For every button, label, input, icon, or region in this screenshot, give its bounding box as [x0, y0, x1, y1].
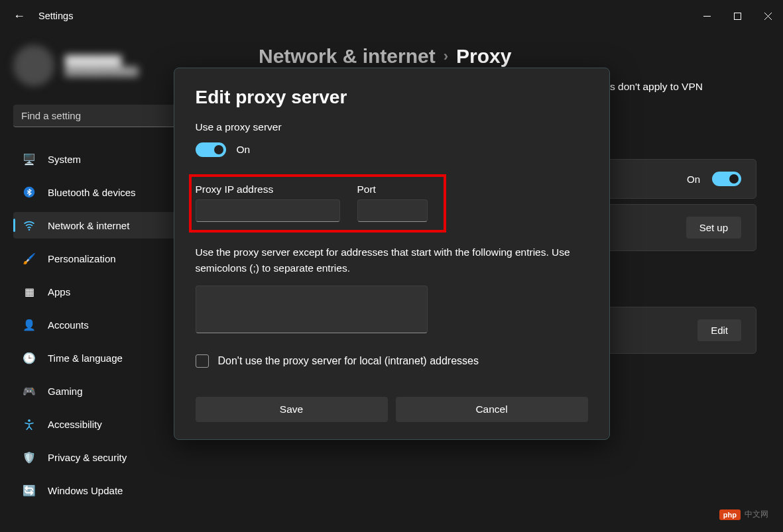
sidebar-item-label: Accessibility [48, 419, 102, 430]
svg-point-5 [29, 229, 30, 231]
sidebar-item-label: Apps [48, 286, 70, 297]
sidebar-item-label: Personalization [48, 253, 116, 264]
setup-button[interactable]: Set up [686, 217, 741, 239]
auto-toggle[interactable] [712, 172, 741, 186]
save-button[interactable]: Save [196, 397, 388, 422]
proxy-ip-input[interactable] [196, 199, 340, 222]
sidebar-item-label: Privacy & security [48, 452, 127, 463]
sidebar-item-accessibility[interactable]: Accessibility [13, 411, 198, 437]
edit-proxy-modal: Edit proxy server Use a proxy server On … [174, 68, 610, 440]
accounts-icon: 👤 [23, 318, 36, 331]
maximize-button[interactable] [722, 5, 753, 27]
minimize-button[interactable] [692, 5, 722, 27]
watermark-badge: php [719, 509, 741, 520]
profile-section[interactable]: ████████ ████████████ [13, 45, 198, 86]
sidebar-item-label: Time & language [48, 352, 123, 364]
watermark-text: 中文网 [745, 509, 768, 520]
personalization-icon: 🖌️ [23, 252, 36, 265]
chevron-right-icon: › [444, 48, 448, 65]
sidebar-item-privacy-security[interactable]: 🛡️Privacy & security [13, 444, 198, 470]
nav-list: 🖥️SystemBluetooth & devicesNetwork & int… [13, 146, 198, 504]
gaming-icon: 🎮 [23, 384, 36, 398]
app-title: Settings [38, 11, 73, 21]
bluetooth-devices-icon [23, 186, 36, 199]
sidebar-item-label: Bluetooth & devices [48, 187, 136, 198]
highlight-annotation: Proxy IP address Port [189, 174, 446, 233]
ip-label: Proxy IP address [196, 184, 340, 195]
sidebar-item-apps[interactable]: ▦Apps [13, 278, 198, 305]
port-label: Port [357, 184, 428, 195]
exceptions-textarea[interactable] [196, 286, 428, 333]
edit-button[interactable]: Edit [697, 319, 741, 341]
background-note: s don't apply to VPN [610, 81, 756, 93]
accessibility-icon [23, 417, 36, 431]
sidebar-item-system[interactable]: 🖥️System [13, 146, 198, 172]
local-bypass-label: Don't use the proxy server for local (in… [218, 355, 479, 367]
use-proxy-toggle[interactable] [196, 142, 226, 157]
sidebar-item-gaming[interactable]: 🎮Gaming [13, 378, 198, 404]
sidebar-item-accounts[interactable]: 👤Accounts [13, 311, 198, 338]
cancel-button[interactable]: Cancel [396, 397, 588, 422]
sidebar-item-label: Gaming [48, 386, 83, 397]
use-proxy-label: Use a proxy server [196, 121, 588, 133]
back-arrow-icon[interactable]: ← [13, 9, 25, 23]
search-input[interactable] [13, 105, 198, 127]
sidebar-item-label: Network & internet [48, 220, 129, 231]
sidebar-item-network-internet[interactable]: Network & internet [13, 212, 198, 239]
breadcrumb-current: Proxy [456, 45, 511, 68]
toggle-state-label: On [237, 144, 251, 156]
breadcrumb-parent[interactable]: Network & internet [259, 45, 436, 68]
sidebar-item-label: Windows Update [48, 485, 123, 496]
network-internet-icon [23, 219, 36, 232]
privacy-security-icon: 🛡️ [23, 451, 36, 464]
sidebar-item-time-language[interactable]: 🕒Time & language [13, 345, 198, 371]
time-language-icon: 🕒 [23, 351, 36, 364]
windows-update-icon: 🔄 [23, 484, 36, 497]
sidebar-item-label: System [48, 154, 81, 165]
sidebar-item-personalization[interactable]: 🖌️Personalization [13, 245, 198, 272]
local-bypass-checkbox[interactable] [196, 354, 209, 368]
profile-text: ████████ ████████████ [65, 55, 139, 76]
sidebar-item-bluetooth-devices[interactable]: Bluetooth & devices [13, 179, 198, 205]
system-icon: 🖥️ [23, 152, 36, 166]
sidebar-item-windows-update[interactable]: 🔄Windows Update [13, 477, 198, 504]
modal-title: Edit proxy server [196, 87, 588, 108]
exceptions-description: Use the proxy server except for addresse… [196, 244, 588, 276]
auto-on-label: On [687, 174, 700, 185]
avatar [13, 45, 54, 86]
sidebar-item-label: Accounts [48, 319, 89, 331]
apps-icon: ▦ [23, 285, 36, 298]
watermark: php 中文网 [719, 509, 768, 520]
breadcrumb: Network & internet › Proxy [259, 45, 756, 68]
svg-rect-1 [734, 13, 741, 19]
titlebar: ← Settings [0, 0, 783, 32]
proxy-port-input[interactable] [357, 199, 428, 222]
svg-point-6 [28, 419, 30, 422]
close-button[interactable] [753, 5, 783, 27]
